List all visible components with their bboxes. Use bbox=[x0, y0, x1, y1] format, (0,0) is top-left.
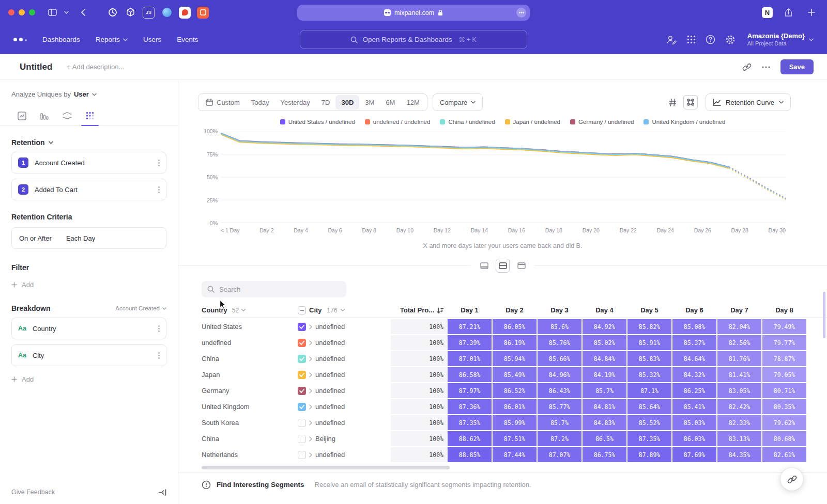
retention-cell[interactable]: 84.35% bbox=[717, 447, 761, 462]
notion-extension-icon[interactable]: N bbox=[762, 7, 773, 18]
expand-row-icon[interactable] bbox=[309, 324, 312, 329]
retention-cell[interactable]: 85.94% bbox=[493, 351, 537, 366]
annotations-hash-icon[interactable] bbox=[665, 95, 680, 109]
more-options-icon[interactable] bbox=[158, 325, 160, 332]
country-cell[interactable]: United Kingdom bbox=[202, 399, 298, 414]
retention-cell[interactable]: 84.64% bbox=[672, 351, 716, 366]
row-checkbox[interactable] bbox=[298, 323, 306, 331]
retention-cell[interactable]: 87.2% bbox=[538, 431, 581, 446]
favicon-clock-icon[interactable] bbox=[106, 7, 118, 19]
retention-cell[interactable]: 87.36% bbox=[448, 399, 492, 414]
retention-cell[interactable]: 85.76% bbox=[538, 335, 581, 350]
expand-row-icon[interactable] bbox=[309, 404, 312, 410]
retention-cell[interactable]: 85.82% bbox=[627, 319, 671, 334]
expand-row-icon[interactable] bbox=[309, 452, 312, 458]
day-column-header[interactable]: Day 4 bbox=[583, 306, 626, 314]
more-options-icon[interactable] bbox=[158, 160, 160, 166]
retention-cell[interactable]: 87.44% bbox=[493, 447, 537, 462]
select-all-checkbox[interactable] bbox=[298, 306, 306, 314]
favicon-flame-icon[interactable] bbox=[179, 7, 191, 19]
row-checkbox[interactable] bbox=[298, 339, 306, 347]
retention-cell[interactable]: 84.19% bbox=[583, 367, 626, 382]
more-options-icon[interactable] bbox=[762, 66, 770, 68]
retention-chart-svg[interactable] bbox=[221, 131, 786, 223]
retention-cell[interactable]: 84.81% bbox=[583, 399, 626, 414]
retention-cell[interactable]: 79.05% bbox=[762, 367, 806, 382]
criteria-on-or-after[interactable]: On or After bbox=[19, 234, 52, 242]
retention-cell[interactable]: 85.37% bbox=[672, 335, 716, 350]
retention-cell[interactable]: 85.32% bbox=[627, 367, 671, 382]
view-chart-only-button[interactable] bbox=[477, 259, 491, 273]
city-cell[interactable]: undefined bbox=[298, 447, 391, 462]
city-cell[interactable]: undefined bbox=[298, 367, 391, 382]
retention-cell[interactable]: 82.42% bbox=[717, 399, 761, 414]
country-cell[interactable]: China bbox=[202, 351, 298, 366]
tab-funnels[interactable] bbox=[33, 106, 56, 125]
retention-cell[interactable]: 86.5% bbox=[583, 431, 626, 446]
retention-cell[interactable]: 78.87% bbox=[762, 351, 806, 366]
retention-cell[interactable]: 87.97% bbox=[448, 383, 492, 398]
country-cell[interactable]: United States bbox=[202, 319, 298, 334]
add-description[interactable]: + Add description... bbox=[67, 63, 124, 71]
row-checkbox[interactable] bbox=[298, 419, 306, 427]
city-cell[interactable]: undefined bbox=[298, 335, 391, 350]
retention-cell[interactable]: 85.66% bbox=[538, 351, 581, 366]
retention-cell[interactable]: 82.56% bbox=[717, 335, 761, 350]
retention-cell[interactable]: 81.41% bbox=[717, 367, 761, 382]
retention-cell[interactable]: 79.49% bbox=[762, 319, 806, 334]
retention-cell[interactable]: 87.01% bbox=[448, 351, 492, 366]
retention-cell[interactable]: 85.77% bbox=[538, 399, 581, 414]
help-icon[interactable] bbox=[706, 35, 715, 44]
retention-cell[interactable]: 82.33% bbox=[717, 415, 761, 430]
command-icon[interactable] bbox=[683, 95, 698, 109]
retention-cell[interactable]: 85.91% bbox=[627, 335, 671, 350]
retention-cell[interactable]: 84.32% bbox=[672, 367, 716, 382]
day-column-header[interactable]: Day 3 bbox=[538, 306, 581, 314]
retention-cell[interactable]: 84.83% bbox=[583, 415, 626, 430]
row-checkbox[interactable] bbox=[298, 371, 306, 379]
expand-row-icon[interactable] bbox=[309, 372, 312, 377]
retention-step-added-to-cart[interactable]: 2Added To Cart bbox=[11, 179, 166, 200]
copy-link-icon[interactable] bbox=[742, 62, 752, 72]
breakdown-city[interactable]: AaCity bbox=[11, 344, 166, 366]
favicon-js-icon[interactable]: JS bbox=[143, 7, 155, 19]
retention-cell[interactable]: 87.69% bbox=[672, 447, 716, 462]
retention-cell[interactable]: 88.62% bbox=[448, 431, 492, 446]
retention-cell[interactable]: 82.04% bbox=[717, 319, 761, 334]
retention-cell[interactable]: 85.6% bbox=[538, 319, 581, 334]
retention-cell[interactable]: 83.05% bbox=[717, 383, 761, 398]
close-button[interactable] bbox=[8, 9, 14, 15]
country-cell[interactable]: South Korea bbox=[202, 415, 298, 430]
retention-cell[interactable]: 86.01% bbox=[493, 399, 537, 414]
retention-cell[interactable]: 87.89% bbox=[627, 447, 671, 462]
country-cell[interactable]: Japan bbox=[202, 367, 298, 382]
nav-item-dashboards[interactable]: Dashboards bbox=[42, 36, 80, 43]
breakdown-scope-selector[interactable]: Account Created bbox=[115, 305, 166, 311]
data-management-icon[interactable] bbox=[666, 35, 677, 45]
expand-row-icon[interactable] bbox=[309, 340, 312, 345]
retention-cell[interactable]: 85.41% bbox=[672, 399, 716, 414]
retention-cell[interactable]: 83.13% bbox=[717, 431, 761, 446]
retention-cell[interactable]: 85.03% bbox=[672, 415, 716, 430]
expand-row-icon[interactable] bbox=[309, 420, 312, 426]
retention-cell[interactable]: 87.51% bbox=[493, 431, 537, 446]
retention-cell[interactable]: 86.03% bbox=[672, 431, 716, 446]
legend-item[interactable]: United States / undefined bbox=[280, 119, 355, 125]
city-cell[interactable]: undefined bbox=[298, 383, 391, 398]
country-cell[interactable]: China bbox=[202, 431, 298, 446]
city-cell[interactable]: undefined bbox=[298, 399, 391, 414]
total-column-header[interactable]: Total Pro... bbox=[391, 306, 448, 314]
save-button[interactable]: Save bbox=[780, 59, 814, 74]
add-filter-button[interactable]: Add bbox=[11, 281, 166, 289]
retention-cell[interactable]: 86.43% bbox=[538, 383, 581, 398]
project-selector[interactable]: Amazonia {Demo} All Project Data bbox=[747, 32, 814, 48]
retention-cell[interactable]: 86.05% bbox=[493, 319, 537, 334]
retention-criteria-card[interactable]: On or After Each Day bbox=[11, 227, 166, 249]
view-table-only-button[interactable] bbox=[514, 259, 528, 273]
favicon-globe-icon[interactable] bbox=[161, 7, 173, 19]
mixpanel-logo-icon[interactable] bbox=[13, 38, 27, 41]
city-cell[interactable]: undefined bbox=[298, 319, 391, 334]
retention-cell[interactable]: 81.76% bbox=[717, 351, 761, 366]
vertical-scrollbar[interactable] bbox=[823, 292, 825, 338]
global-search-button[interactable]: Open Reports & Dashboards ⌘ + K bbox=[300, 30, 527, 49]
